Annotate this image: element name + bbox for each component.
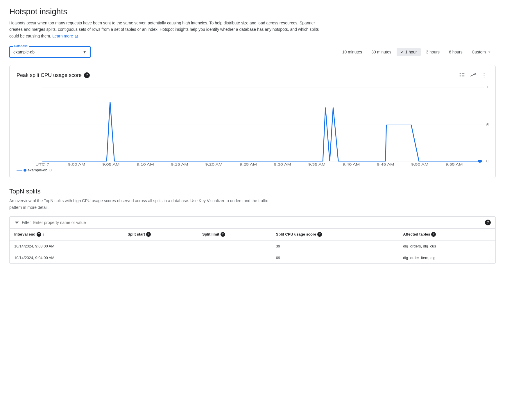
table-body: 10/14/2024, 9:03:00 AM 39 dlg_orders, dl… [10, 240, 495, 263]
chart-area: 100 50 0 UTC-7 9:00 AM 9:05 AM 9:10 AM 9… [17, 84, 488, 166]
topn-description: An overview of the TopN splits with high… [9, 198, 271, 211]
svg-text:9:10 AM: 9:10 AM [137, 163, 154, 166]
svg-text:50: 50 [486, 123, 488, 127]
chart-svg: 100 50 0 UTC-7 9:00 AM 9:05 AM 9:10 AM 9… [17, 84, 488, 166]
more-vert-icon [481, 72, 487, 78]
legend-item: example-db: 0 [17, 168, 51, 172]
table-header-row: Interval end ? ↑ Split start ? Spl [10, 229, 495, 240]
svg-rect-33 [16, 224, 18, 224]
database-selector[interactable]: Database example-db ▼ [9, 46, 91, 58]
time-selector: 10 minutes 30 minutes ✓ 1 hour 3 hours 6… [338, 48, 496, 56]
learn-more-link[interactable]: Learn more [52, 34, 78, 38]
chevron-down-icon [487, 50, 492, 54]
time-btn-custom[interactable]: Custom [468, 48, 496, 56]
svg-text:0: 0 [486, 159, 488, 163]
filter-input[interactable] [33, 220, 120, 225]
svg-rect-31 [15, 221, 19, 222]
cell-split-start [123, 252, 198, 263]
svg-point-10 [484, 77, 485, 78]
time-btn-1hour[interactable]: ✓ 1 hour [397, 48, 421, 56]
chart-card: Peak split CPU usage score ? [9, 65, 496, 178]
svg-point-30 [478, 160, 482, 163]
svg-point-8 [484, 73, 485, 74]
cell-affected-tables: dlg_orders, dlg_cus [398, 240, 495, 252]
affected-tables-help[interactable]: ? [431, 232, 436, 237]
chart-actions [458, 71, 488, 80]
svg-text:9:25 AM: 9:25 AM [239, 163, 257, 166]
legend-toggle-button[interactable] [458, 71, 466, 80]
cell-interval-end: 10/14/2024, 9:04:00 AM [10, 252, 123, 263]
sort-icon[interactable]: ↑ [42, 232, 44, 237]
split-start-help[interactable]: ? [146, 232, 151, 237]
database-dropdown[interactable]: example-db [13, 48, 87, 56]
svg-text:9:55 AM: 9:55 AM [445, 163, 463, 166]
col-split-start: Split start ? [123, 229, 198, 240]
svg-point-9 [484, 75, 485, 76]
filter-label: Filter [22, 220, 31, 225]
controls-row: Database example-db ▼ 10 minutes 30 minu… [9, 46, 496, 58]
trend-icon [470, 72, 476, 78]
filter-icon [14, 220, 19, 225]
svg-text:100: 100 [486, 85, 488, 89]
interval-end-help[interactable]: ? [37, 232, 41, 237]
time-btn-10min[interactable]: 10 minutes [338, 48, 366, 56]
col-cpu-score: Split CPU usage score ? [271, 229, 399, 240]
legend-line-dash [17, 170, 22, 170]
chart-help-icon[interactable]: ? [84, 72, 90, 78]
time-btn-30min[interactable]: 30 minutes [367, 48, 395, 56]
page-title: Hotspot insights [9, 7, 496, 16]
svg-text:9:35 AM: 9:35 AM [308, 163, 326, 166]
svg-text:9:20 AM: 9:20 AM [205, 163, 223, 166]
chart-legend: example-db: 0 [17, 168, 488, 172]
chart-title-row: Peak split CPU usage score ? [17, 72, 90, 78]
cell-cpu-score: 39 [271, 240, 399, 252]
col-affected-tables: Affected tables ? [398, 229, 495, 240]
svg-text:9:50 AM: 9:50 AM [411, 163, 429, 166]
col-interval-end: Interval end ? ↑ [10, 229, 123, 240]
cell-split-limit [198, 240, 271, 252]
legend-dot [24, 169, 26, 172]
topn-title: TopN splits [9, 188, 496, 195]
legend-label: example-db: 0 [28, 168, 51, 172]
page-description: Hotspots occur when too many requests ha… [9, 20, 329, 39]
table-wrap: Interval end ? ↑ Split start ? Spl [9, 228, 496, 264]
split-limit-help[interactable]: ? [221, 232, 225, 237]
time-btn-6hours[interactable]: 6 hours [445, 48, 467, 56]
filter-help-icon[interactable]: ? [485, 220, 491, 225]
table-row: 10/14/2024, 9:03:00 AM 39 dlg_orders, dl… [10, 240, 495, 252]
topn-table: Interval end ? ↑ Split start ? Spl [10, 229, 495, 263]
cell-interval-end: 10/14/2024, 9:03:00 AM [10, 240, 123, 252]
cell-split-start [123, 240, 198, 252]
time-btn-3hours[interactable]: 3 hours [422, 48, 444, 56]
svg-text:UTC-7: UTC-7 [35, 163, 49, 166]
table-row: 10/14/2024, 9:04:00 AM 69 dlg_order_item… [10, 252, 495, 263]
more-options-button[interactable] [480, 71, 488, 80]
anomaly-toggle-button[interactable] [469, 71, 477, 80]
topn-section: TopN splits An overview of the TopN spli… [9, 188, 496, 264]
db-selector-label: Database [13, 44, 29, 48]
svg-text:9:00 AM: 9:00 AM [68, 163, 85, 166]
chart-title: Peak split CPU usage score [17, 72, 82, 78]
cpu-score-help[interactable]: ? [317, 232, 322, 237]
filter-left: Filter [14, 220, 120, 225]
cell-split-limit [198, 252, 271, 263]
cell-affected-tables: dlg_order_item, dlg [398, 252, 495, 263]
svg-text:9:45 AM: 9:45 AM [377, 163, 394, 166]
external-link-icon [75, 35, 78, 38]
svg-text:9:40 AM: 9:40 AM [343, 163, 360, 166]
svg-rect-32 [16, 222, 18, 223]
legend-icon [459, 72, 465, 78]
filter-bar: Filter ? [9, 216, 496, 228]
svg-text:9:30 AM: 9:30 AM [274, 163, 291, 166]
svg-text:9:05 AM: 9:05 AM [102, 163, 120, 166]
col-split-limit: Split limit ? [198, 229, 271, 240]
checkmark-icon: ✓ [401, 50, 404, 54]
cell-cpu-score: 69 [271, 252, 399, 263]
svg-text:9:15 AM: 9:15 AM [171, 163, 188, 166]
chart-header: Peak split CPU usage score ? [17, 71, 488, 80]
